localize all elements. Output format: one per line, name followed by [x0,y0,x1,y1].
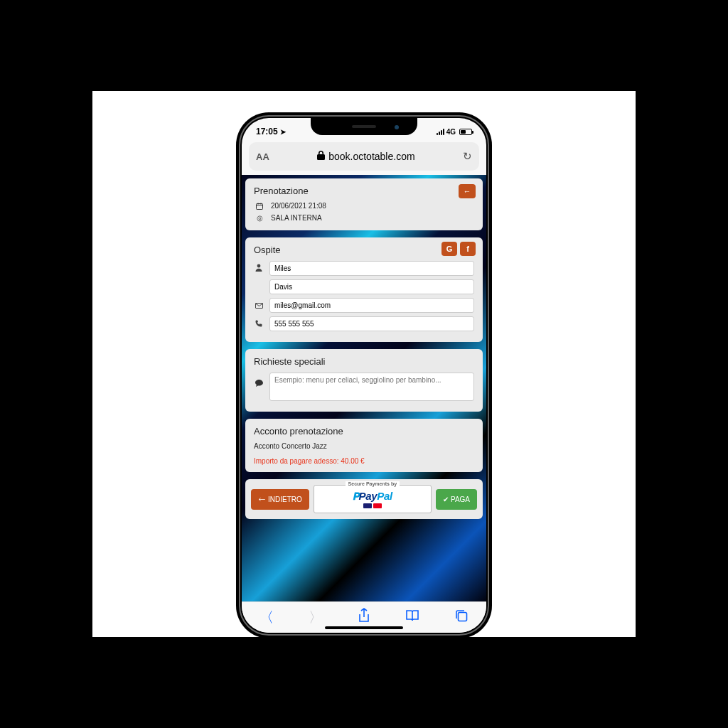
pay-label: PAGA [451,496,470,503]
paypal-logo: 𝙋PayPal [353,490,392,503]
home-indicator [325,626,403,629]
url-text: book.octotable.com [328,151,414,162]
status-time: 17:05 [256,127,278,136]
first-name-input[interactable] [269,261,474,276]
special-requests-panel: Richieste speciali [245,349,483,412]
svg-rect-6 [459,613,467,621]
svg-rect-0 [257,203,263,209]
share-icon[interactable] [358,608,370,627]
deposit-panel: Acconto prenotazione Acconto Concerto Ja… [245,419,483,472]
target-icon: ◎ [255,214,264,222]
last-name-input[interactable] [269,279,474,294]
card-icons [363,503,382,508]
paypal-button[interactable]: Secure Payments by 𝙋PayPal [314,485,432,513]
pay-button[interactable]: ✔ PAGA [436,489,477,510]
reservation-back-button[interactable]: ← [459,184,476,198]
secure-payments-label: Secure Payments by [346,481,400,486]
calendar-icon [255,203,264,210]
page-content: Prenotazione ← 20/06/2021 21:08 ◎ SALA I… [242,175,486,601]
tabs-icon[interactable] [454,609,469,626]
nav-back-icon[interactable]: 〈 [259,608,274,627]
letterbox-top [0,0,728,91]
user-icon [254,264,264,273]
phone-frame: 17:05 ➤ 4G AA book.octotable.com ↻ Preno… [236,112,492,638]
letterbox-bottom [0,637,728,728]
email-icon [254,301,264,310]
letterbox-left [0,91,92,637]
reservation-panel: Prenotazione ← 20/06/2021 21:08 ◎ SALA I… [245,178,483,230]
network-label: 4G [446,128,456,136]
chat-icon [254,380,264,388]
facebook-login-button[interactable]: f [460,242,476,256]
phone-input[interactable] [269,316,474,331]
phone-notch [311,118,417,135]
back-label: INDIETRO [268,496,302,503]
nav-forward-icon[interactable]: 〉 [309,608,323,627]
letterbox-right [636,91,728,637]
reservation-title: Prenotazione [254,186,474,196]
location-icon: ➤ [280,128,286,136]
guest-panel: Ospite G f [245,237,483,342]
reservation-room: SALA INTERNA [271,214,322,222]
browser-address-bar[interactable]: AA book.octotable.com ↻ [249,142,479,171]
text-size-button[interactable]: AA [256,151,269,162]
reload-icon[interactable]: ↻ [463,150,472,163]
signal-icon [437,129,444,135]
arrow-left-icon: ← [464,187,471,196]
google-login-button[interactable]: G [441,242,457,256]
back-button[interactable]: 🡐 INDIETRO [251,489,309,510]
lock-icon [317,151,325,162]
check-icon: ✔ [443,496,449,503]
footer-actions: 🡐 INDIETRO Secure Payments by 𝙋PayPal ✔ … [245,479,483,519]
special-requests-title: Richieste speciali [254,356,474,367]
phone-icon [254,320,264,328]
email-input[interactable] [269,298,474,313]
phone-screen: 17:05 ➤ 4G AA book.octotable.com ↻ Preno… [242,118,486,633]
battery-icon [459,129,472,135]
bookmarks-icon[interactable] [405,609,419,626]
reservation-datetime: 20/06/2021 21:08 [271,202,326,210]
special-requests-input[interactable] [269,373,474,401]
deposit-title: Acconto prenotazione [254,426,474,437]
deposit-description: Acconto Concerto Jazz [254,442,474,450]
svg-point-4 [257,264,261,268]
arrow-left-icon: 🡐 [258,496,265,503]
deposit-amount: Importo da pagare adesso: 40.00 € [254,457,474,465]
